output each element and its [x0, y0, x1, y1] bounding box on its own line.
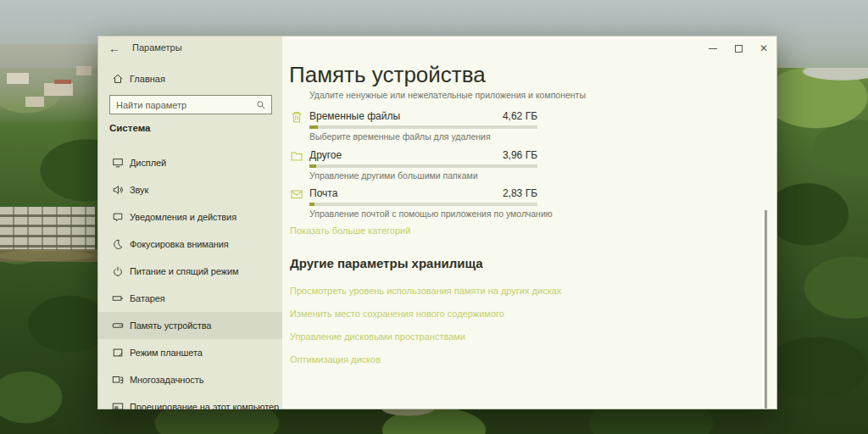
wallpaper-building	[76, 66, 92, 75]
sidebar-item-battery[interactable]: Батарея	[98, 285, 282, 312]
page-subtitle: Удалите ненужные или нежелательные прило…	[309, 90, 586, 100]
multitasking-icon	[112, 374, 124, 386]
category-usage-bar	[309, 164, 537, 168]
close-button[interactable]: ✕	[751, 36, 776, 60]
wallpaper-construction-building	[0, 207, 95, 251]
sound-icon	[112, 184, 124, 196]
category-size: 3,96 ГБ	[309, 149, 537, 161]
change-save-location-link[interactable]: Изменить место сохранения нового содержи…	[290, 309, 504, 319]
trash-icon	[290, 110, 303, 124]
minimize-icon	[709, 48, 717, 49]
sidebar-item-label: Фокусировка внимания	[130, 239, 229, 249]
display-icon	[112, 157, 124, 169]
content-scrollbar[interactable]	[765, 210, 767, 409]
category-usage-bar	[309, 203, 537, 206]
show-more-categories-link[interactable]: Показать больше категорий	[290, 225, 410, 236]
category-description: Управление почтой с помощью приложения п…	[309, 209, 553, 219]
search-icon[interactable]	[256, 100, 266, 110]
category-description: Управление другими большими папками	[309, 170, 478, 181]
sidebar-item-multitasking[interactable]: Многозадачность	[98, 366, 282, 393]
settings-window: ← Параметры Главная Система	[97, 36, 777, 409]
sidebar-item-display[interactable]: Дисплей	[98, 149, 282, 176]
window-title: Параметры	[132, 42, 182, 53]
sidebar-item-label: Главная	[130, 74, 165, 84]
storage-settings-page: ✕ Память устройства Удалите ненужные или…	[282, 36, 776, 409]
category-usage-bar-fill	[309, 125, 318, 129]
folder-icon	[290, 149, 303, 163]
battery-icon	[112, 292, 124, 304]
settings-sidebar: ← Параметры Главная Система	[98, 36, 282, 409]
sidebar-item-power-sleep[interactable]: Питание и спящий режим	[98, 258, 282, 285]
home-icon	[112, 73, 124, 85]
back-button[interactable]: ←	[105, 40, 124, 57]
sidebar-nav: Дисплей Звук Уведомления и действия	[98, 149, 282, 420]
wallpaper-dirt-patch	[0, 249, 112, 262]
window-caption-buttons: ✕	[700, 36, 776, 60]
category-usage-bar	[309, 125, 537, 129]
category-size: 4,62 ГБ	[309, 110, 537, 122]
wallpaper-building	[7, 73, 29, 84]
sidebar-item-label: Проецирование на этот компьютер	[130, 402, 279, 412]
sidebar-item-storage[interactable]: Память устройства	[98, 312, 282, 339]
sidebar-item-label: Многозадачность	[130, 375, 203, 385]
wallpaper-roof	[54, 80, 71, 84]
close-icon: ✕	[760, 43, 768, 53]
tablet-icon	[112, 347, 124, 359]
sidebar-item-tablet-mode[interactable]: Режим планшета	[98, 339, 282, 366]
minimize-button[interactable]	[700, 36, 726, 60]
focus-assist-icon	[112, 238, 124, 250]
other-storage-settings-title: Другие параметры хранилища	[290, 256, 483, 270]
sidebar-item-label: Батарея	[130, 293, 165, 303]
view-storage-usage-link[interactable]: Просмотреть уровень использования памяти…	[290, 286, 561, 296]
sidebar-item-label: Звук	[130, 185, 148, 195]
category-usage-bar-fill	[309, 203, 314, 206]
category-usage-bar-fill	[309, 164, 316, 168]
category-description: Выберите временные файлы для удаления	[309, 131, 491, 142]
optimize-drives-link[interactable]: Оптимизация дисков	[290, 354, 381, 364]
sidebar-item-label: Дисплей	[130, 158, 166, 168]
sidebar-item-label: Режим планшета	[130, 348, 203, 358]
mail-icon	[290, 187, 303, 201]
sidebar-item-home[interactable]: Главная	[98, 69, 282, 91]
storage-icon	[112, 320, 124, 331]
sidebar-item-sound[interactable]: Звук	[98, 176, 282, 203]
maximize-icon	[735, 45, 743, 53]
search-input[interactable]	[110, 100, 256, 110]
notifications-icon	[112, 211, 124, 223]
sidebar-item-label: Уведомления и действия	[130, 212, 236, 222]
sidebar-item-focus-assist[interactable]: Фокусировка внимания	[98, 231, 282, 258]
maximize-button[interactable]	[726, 36, 751, 60]
sidebar-item-projecting[interactable]: Проецирование на этот компьютер	[98, 393, 282, 420]
projecting-icon	[112, 401, 124, 413]
sidebar-item-notifications[interactable]: Уведомления и действия	[98, 203, 282, 231]
page-title: Память устройства	[289, 62, 486, 88]
sidebar-section-system: Система	[109, 123, 150, 133]
power-icon	[112, 265, 124, 277]
category-size: 2,83 ГБ	[309, 187, 537, 199]
wallpaper-building	[44, 83, 73, 96]
wallpaper-building	[25, 97, 44, 107]
manage-storage-spaces-link[interactable]: Управление дисковыми пространствами	[290, 331, 465, 342]
sidebar-item-label: Память устройства	[130, 320, 211, 331]
sidebar-item-label: Питание и спящий режим	[130, 266, 238, 276]
settings-search-box[interactable]	[109, 95, 272, 114]
